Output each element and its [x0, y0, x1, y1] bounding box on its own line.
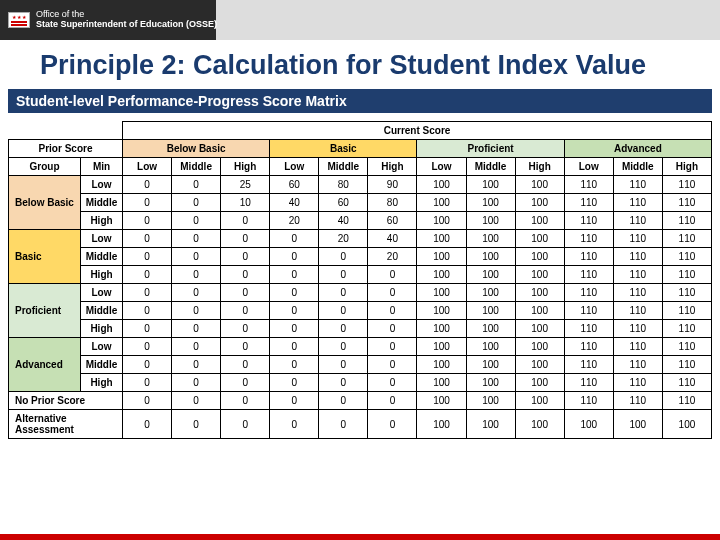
- score-cell: 110: [613, 392, 662, 410]
- score-cell: 110: [564, 212, 613, 230]
- score-cell: 60: [368, 212, 417, 230]
- score-cell: 100: [466, 302, 515, 320]
- score-cell: 0: [270, 266, 319, 284]
- score-cell: 110: [662, 176, 711, 194]
- col-hdr: Middle: [466, 158, 515, 176]
- score-matrix-table: Current Score Prior Score Below Basic Ba…: [8, 121, 712, 439]
- row-group-label: Advanced: [9, 338, 81, 392]
- score-cell: 0: [221, 392, 270, 410]
- score-cell: 110: [564, 176, 613, 194]
- table-row: BasicLow00002040100100100110110110: [9, 230, 712, 248]
- score-cell: 0: [319, 338, 368, 356]
- score-cell: 0: [270, 320, 319, 338]
- table-row: Middle000000100100100110110110: [9, 302, 712, 320]
- score-cell: 0: [270, 356, 319, 374]
- score-cell: 110: [662, 356, 711, 374]
- score-cell: 110: [662, 374, 711, 392]
- score-cell: 0: [270, 302, 319, 320]
- score-cell: 110: [613, 374, 662, 392]
- score-cell: 110: [662, 338, 711, 356]
- score-cell: 0: [123, 230, 172, 248]
- score-cell: 100: [417, 374, 466, 392]
- score-cell: 0: [270, 248, 319, 266]
- score-cell: 100: [466, 356, 515, 374]
- col-hdr: Middle: [319, 158, 368, 176]
- dc-flag-icon: ★★★: [8, 12, 30, 28]
- score-cell: 0: [172, 410, 221, 439]
- score-cell: 100: [466, 284, 515, 302]
- score-cell: 20: [368, 248, 417, 266]
- score-cell: 110: [662, 392, 711, 410]
- score-cell: 100: [417, 230, 466, 248]
- score-cell: 0: [270, 230, 319, 248]
- score-cell: 100: [466, 266, 515, 284]
- score-cell: 100: [564, 410, 613, 439]
- score-cell: 0: [172, 194, 221, 212]
- score-cell: 0: [123, 410, 172, 439]
- score-cell: 40: [368, 230, 417, 248]
- score-cell: 100: [417, 320, 466, 338]
- col-hdr: Low: [417, 158, 466, 176]
- score-cell: 0: [172, 248, 221, 266]
- score-cell: 100: [515, 410, 564, 439]
- score-cell: 100: [417, 284, 466, 302]
- score-cell: 10: [221, 194, 270, 212]
- table-row: High000204060100100100110110110: [9, 212, 712, 230]
- score-cell: 0: [123, 320, 172, 338]
- score-cell: 110: [613, 284, 662, 302]
- score-cell: 100: [662, 410, 711, 439]
- score-cell: 100: [515, 194, 564, 212]
- score-cell: 40: [270, 194, 319, 212]
- score-cell: 100: [515, 284, 564, 302]
- row-sub-label: Low: [81, 284, 123, 302]
- table-row: Below BasicLow00256080901001001001101101…: [9, 176, 712, 194]
- score-cell: 20: [270, 212, 319, 230]
- row-sub-label: Middle: [81, 194, 123, 212]
- score-cell: 100: [515, 338, 564, 356]
- score-cell: 100: [466, 374, 515, 392]
- score-cell: 0: [123, 392, 172, 410]
- col-hdr: Low: [123, 158, 172, 176]
- row-sub-label: High: [81, 374, 123, 392]
- score-cell: 0: [172, 176, 221, 194]
- col-hdr: Low: [270, 158, 319, 176]
- score-cell: 100: [515, 248, 564, 266]
- score-cell: 100: [466, 410, 515, 439]
- score-cell: 80: [319, 176, 368, 194]
- score-cell: 0: [368, 410, 417, 439]
- col-group-below-basic: Below Basic: [123, 140, 270, 158]
- row-sub-label: Low: [81, 176, 123, 194]
- score-cell: 60: [319, 194, 368, 212]
- score-cell: 100: [417, 194, 466, 212]
- score-cell: 100: [515, 266, 564, 284]
- score-cell: 0: [319, 356, 368, 374]
- score-cell: 0: [123, 248, 172, 266]
- row-sub-label: High: [81, 212, 123, 230]
- score-cell: 100: [515, 356, 564, 374]
- score-cell: 110: [564, 356, 613, 374]
- score-cell: 110: [613, 212, 662, 230]
- score-cell: 0: [123, 266, 172, 284]
- score-cell: 110: [662, 212, 711, 230]
- row-sub-label: Low: [81, 338, 123, 356]
- score-cell: 0: [319, 248, 368, 266]
- score-cell: 0: [172, 338, 221, 356]
- score-cell: 100: [417, 338, 466, 356]
- row-extra-label: No Prior Score: [9, 392, 123, 410]
- score-cell: 0: [221, 320, 270, 338]
- score-cell: 0: [221, 266, 270, 284]
- score-cell: 0: [270, 392, 319, 410]
- score-cell: 100: [417, 302, 466, 320]
- score-cell: 110: [613, 230, 662, 248]
- score-cell: 0: [368, 338, 417, 356]
- score-cell: 110: [662, 302, 711, 320]
- col-hdr: High: [221, 158, 270, 176]
- score-cell: 100: [466, 212, 515, 230]
- score-cell: 0: [123, 374, 172, 392]
- row-extra-label: Alternative Assessment: [9, 410, 123, 439]
- score-cell: 0: [172, 302, 221, 320]
- score-cell: 110: [662, 248, 711, 266]
- score-cell: 110: [662, 320, 711, 338]
- min-header: Min: [81, 158, 123, 176]
- score-cell: 100: [417, 248, 466, 266]
